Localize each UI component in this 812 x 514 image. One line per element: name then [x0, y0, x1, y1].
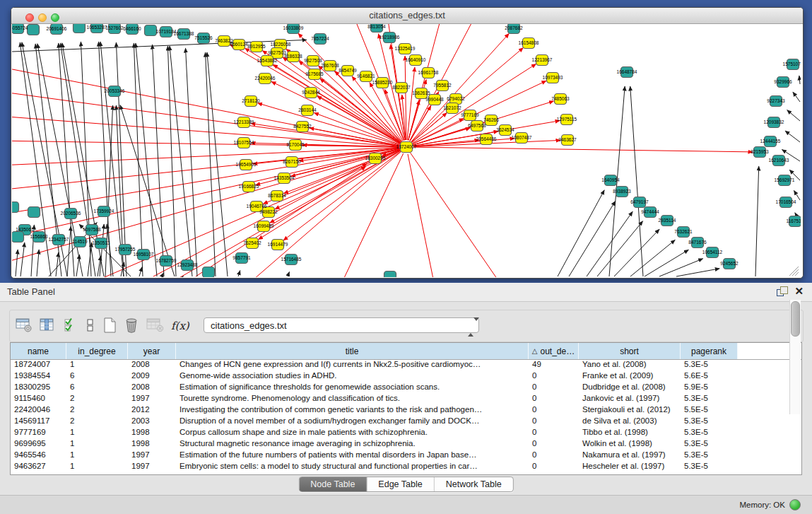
graph-node-label: 18300295 — [365, 156, 386, 160]
graph-node-label: 8454749 — [339, 68, 357, 73]
graph-node[interactable] — [145, 25, 157, 36]
delete-icon[interactable] — [124, 317, 141, 337]
graph-node-label: 1156863 — [30, 234, 48, 239]
graph-node-label: 19218986 — [379, 35, 400, 40]
table-row[interactable]: 1830029562008Estimation of significance … — [11, 382, 801, 393]
column-header-short[interactable]: short — [579, 343, 681, 359]
graph-node[interactable] — [203, 267, 215, 278]
cell-year: 1997 — [128, 393, 176, 404]
graph-node-label: 18226058 — [271, 42, 291, 47]
cell-title: Investigating the contribution of common… — [176, 404, 529, 416]
table-select-value: citations_edges.txt — [211, 320, 287, 331]
cell-name: 18724007 — [11, 359, 66, 370]
graph-node-label: 1435061 — [16, 227, 34, 232]
graph-node[interactable] — [73, 24, 86, 33]
tab-node-table[interactable]: Node Table — [299, 477, 366, 491]
column-header-out_de[interactable]: △out_de… — [529, 343, 579, 359]
graph-node-label: 16210643 — [769, 158, 789, 163]
cell-pagerank: 5.3E-5 — [681, 450, 738, 461]
graph-node-label: 12213967 — [532, 57, 553, 62]
table-row[interactable]: 969969511998Structural magnetic resonanc… — [11, 438, 801, 450]
tab-network-table[interactable]: Network Table — [434, 477, 513, 491]
cell-pagerank: 5.3E-5 — [681, 393, 738, 404]
table-options-icon[interactable] — [16, 317, 33, 336]
graph-node-label: 9827503 — [268, 50, 286, 55]
column-header-in_degree[interactable]: in_degree — [66, 343, 128, 359]
graph-node-label: 16099489 — [254, 223, 274, 228]
node-table: namein_degreeyeartitle△out_de…shortpager… — [10, 342, 802, 475]
memory-ok-icon — [789, 499, 801, 510]
window-resize-grip-icon[interactable] — [789, 267, 799, 276]
clear-table-icon[interactable] — [146, 317, 165, 336]
table-select-dropdown[interactable]: citations_edges.txt — [204, 317, 479, 333]
table-row[interactable]: 2242004622012Investigating the contribut… — [11, 404, 801, 416]
cell-name: 9777169 — [11, 427, 66, 438]
column-header-year[interactable]: year — [128, 343, 176, 359]
cell-title: Tourette syndrome. Phenomenology and cla… — [176, 393, 529, 404]
show-columns-icon[interactable] — [40, 317, 55, 336]
graph-node-label: 114519 — [72, 239, 88, 244]
network-graph: 2405572420691406106532871527602646616010… — [12, 24, 801, 277]
column-header-name[interactable]: name — [11, 343, 66, 359]
graph-node-label: 1167533 — [787, 218, 801, 223]
column-header-pagerank[interactable]: pagerank — [681, 343, 738, 359]
graph-node[interactable] — [28, 25, 40, 35]
cell-in_degree: 6 — [66, 382, 128, 393]
graph-node-label: 10653287 — [87, 25, 107, 30]
graph-node[interactable] — [28, 207, 40, 218]
window-titlebar[interactable]: citations_edges.txt — [11, 8, 803, 24]
table-row[interactable]: 977716911998Corpus callosum shape and si… — [11, 427, 801, 438]
graph-node-label: 9857791 — [233, 255, 251, 260]
graph-node-label: 16154808 — [519, 40, 539, 45]
tab-edge-table[interactable]: Edge Table — [366, 477, 433, 491]
function-builder-icon[interactable]: f(x) — [171, 320, 189, 332]
cell-name: 9699695 — [11, 438, 66, 450]
row-height-icon[interactable] — [86, 319, 95, 336]
close-panel-icon[interactable]: ✕ — [794, 285, 804, 298]
scrollbar-thumb[interactable] — [791, 301, 800, 337]
graph-node-label: 1621072 — [443, 105, 461, 110]
graph-node-label: 12444155 — [760, 139, 781, 144]
table-row[interactable]: 946554611997Estimation of the future num… — [11, 450, 801, 461]
graph-node-label: 7955812 — [433, 83, 452, 88]
graph-node-label: 16543882 — [257, 58, 278, 63]
cell-short: de Silva et al. (2003) — [579, 416, 681, 427]
graph-node[interactable] — [384, 271, 396, 278]
graph-node-label: 7632621 — [674, 229, 693, 234]
cell-out_degree: 0 — [529, 404, 579, 416]
cell-year: 1997 — [128, 461, 176, 472]
graph-node-label: 12923488 — [177, 262, 198, 267]
table-row[interactable]: 1938455462009Genome-wide association stu… — [11, 370, 801, 382]
new-file-icon[interactable] — [102, 317, 119, 337]
graph-node-label: 19166825 — [239, 184, 259, 189]
table-row[interactable]: 1456911722003Disruption of a novel membe… — [11, 416, 801, 427]
vertical-scrollbar[interactable] — [789, 300, 801, 414]
cell-name: 19384554 — [11, 370, 66, 382]
float-window-icon[interactable] — [777, 286, 788, 296]
column-header-title[interactable]: title — [176, 343, 529, 359]
memory-status[interactable]: Memory: OK — [739, 499, 801, 510]
table-panel-titlebar: Table Panel ✕ — [0, 283, 812, 302]
graph-node-label: 19654905 — [236, 162, 257, 167]
graph-node-label: 10973493 — [543, 75, 563, 80]
graph-node-label: 16914479 — [268, 242, 288, 247]
cell-year: 1998 — [128, 427, 176, 438]
table-row[interactable]: 1872400712008Changes of HCN gene express… — [11, 359, 801, 370]
graph-node-label: 1350513 — [92, 240, 110, 245]
graph-node-label: 8912955 — [247, 44, 266, 49]
table-tabs-bar: Node TableEdge TableNetwork Table — [0, 475, 812, 495]
graph-node-label: 6466160 — [123, 26, 141, 31]
cell-out_degree: 0 — [529, 450, 579, 461]
network-canvas[interactable]: 2405572420691406106532871527602646616010… — [12, 24, 801, 277]
select-rows-icon[interactable] — [64, 317, 78, 336]
table-row[interactable]: 946362711997Embryonic stem cells: a mode… — [11, 461, 801, 472]
graph-node-label: 24055724 — [12, 25, 28, 30]
graph-node-label: 9463627 — [558, 137, 577, 142]
cell-year: 2009 — [128, 370, 176, 382]
graph-node-label: 6794022 — [447, 96, 465, 101]
graph-node[interactable] — [12, 202, 19, 213]
cell-out_degree: 0 — [529, 427, 579, 438]
network-window: citations_edges.txt 24055724206914061065… — [11, 7, 804, 279]
graph-node[interactable] — [12, 232, 24, 243]
table-row[interactable]: 911546021997Tourette syndrome. Phenomeno… — [11, 393, 801, 404]
